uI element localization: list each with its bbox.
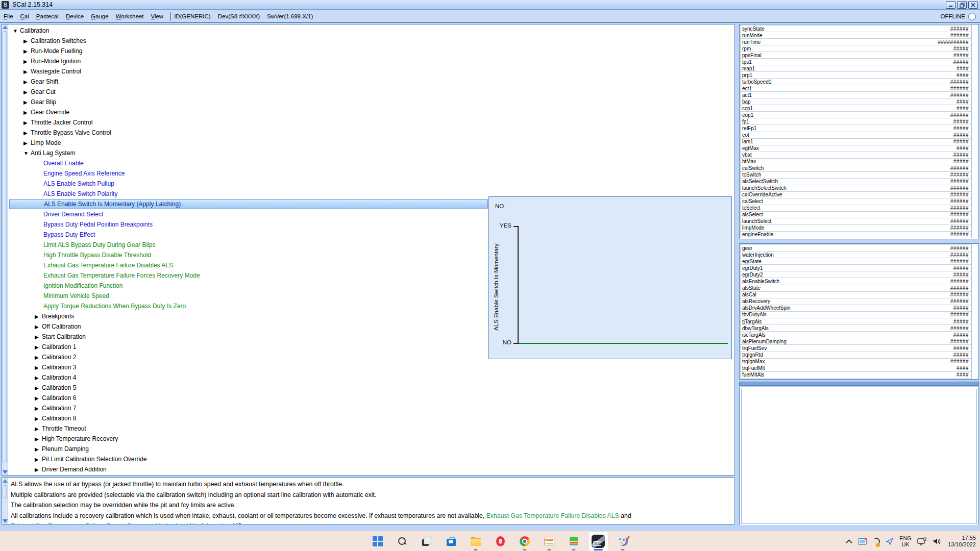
tree-item[interactable]: ▶ Driver Demand Addition: [9, 464, 733, 474]
tree-item[interactable]: ▶ Calibration Switches: [9, 36, 733, 46]
tree-item[interactable]: ▶ Plenum Damping: [9, 444, 733, 454]
tree-item[interactable]: ▶ Gear Blip: [9, 97, 733, 107]
tree-item[interactable]: ▶ Limp Mode: [9, 138, 733, 148]
gauge-row[interactable]: runTime ##########: [740, 38, 971, 45]
gauge-row[interactable]: bap ####: [740, 98, 971, 105]
gauge-row[interactable]: egrDuty2 #####: [740, 271, 971, 278]
menu-gauge[interactable]: Gauge: [87, 13, 112, 19]
tree-item[interactable]: ▶ Wastegate Control: [9, 66, 733, 77]
paint-button[interactable]: [612, 531, 633, 551]
clock[interactable]: 17:55 13/10/2022: [948, 535, 976, 548]
tree-item[interactable]: ▶ Calibration 3: [9, 362, 733, 372]
tray-chevron-up-icon[interactable]: [846, 539, 852, 546]
tree-scrollbar[interactable]: [2, 24, 8, 475]
search-button[interactable]: [392, 531, 412, 551]
tree-item[interactable]: ▼ Calibration: [9, 26, 733, 36]
gauge-row[interactable]: launchSelectSwitch ######: [740, 185, 971, 192]
tree-item[interactable]: ALS Enable Switch Pullup: [9, 179, 733, 189]
gauge-row[interactable]: prp1 ####: [740, 71, 971, 79]
gauge-row[interactable]: calSelect ######: [740, 198, 971, 205]
tree-scrollbar-thumb[interactable]: [3, 31, 7, 462]
description-scrollbar[interactable]: [2, 478, 8, 524]
expand-arrow-icon[interactable]: ▶: [35, 385, 42, 391]
tree-item[interactable]: ▶ Gear Cut: [9, 87, 733, 97]
tree-item[interactable]: ▶ Throttle Jacker Control: [9, 117, 733, 128]
expand-arrow-icon[interactable]: ▶: [23, 89, 31, 95]
expand-arrow-icon[interactable]: ▶: [23, 120, 31, 126]
gauge-row[interactable]: trqFuelSev #####: [740, 344, 971, 352]
tree-item[interactable]: ALS Enable Switch Is Momentary (Apply La…: [9, 199, 488, 209]
gauge-row[interactable]: fuelMltAls ####: [740, 371, 971, 379]
gauge-row[interactable]: rpm #####: [740, 45, 971, 52]
tree-item[interactable]: ▶ Gear Shift: [9, 77, 733, 87]
menu-view[interactable]: View: [147, 13, 167, 19]
gauge-row[interactable]: waterInjection ######: [740, 251, 971, 258]
expand-arrow-icon[interactable]: ▶: [35, 426, 42, 432]
gauge-row[interactable]: tps1 #####: [740, 58, 971, 65]
task-view-button[interactable]: [416, 531, 437, 551]
minimize-button[interactable]: [946, 1, 955, 9]
collapse-arrow-icon[interactable]: ▼: [23, 151, 31, 156]
maximize-button[interactable]: [957, 1, 967, 9]
expand-arrow-icon[interactable]: ▶: [35, 365, 42, 370]
expand-arrow-icon[interactable]: ▶: [23, 48, 31, 54]
description-parameter-link[interactable]: Exhaust Gas Temperature Failure Disables…: [486, 512, 619, 519]
tree-item[interactable]: ▶ Calibration 6: [9, 393, 733, 403]
gauge-row[interactable]: launchSelect ######: [740, 218, 971, 225]
gauge-row[interactable]: dbwTargAls ######: [740, 324, 971, 332]
volume-icon[interactable]: [933, 537, 942, 545]
expand-arrow-icon[interactable]: ▶: [23, 140, 31, 146]
expand-arrow-icon[interactable]: ▶: [35, 375, 42, 381]
tree-item[interactable]: ▼ Anti Lag System: [9, 148, 733, 158]
expand-arrow-icon[interactable]: ▶: [35, 406, 42, 411]
microsoft-store-button[interactable]: [441, 531, 461, 551]
menu-worksheet[interactable]: Worksheet: [112, 13, 148, 19]
gauge-row[interactable]: act1 ######: [740, 91, 971, 98]
expand-arrow-icon[interactable]: ▶: [35, 395, 42, 401]
scroll-down-icon[interactable]: [3, 519, 8, 523]
tree-item[interactable]: ▶ Throttle Timeout: [9, 423, 733, 434]
tree-item[interactable]: ▶ Calibration 8: [9, 413, 733, 423]
gauge-row[interactable]: egrDuty1 #####: [740, 264, 971, 271]
gauge-row[interactable]: tcSwitch ######: [740, 171, 971, 179]
tree-item[interactable]: ▶ Gear Override: [9, 107, 733, 117]
expand-arrow-icon[interactable]: ▶: [23, 130, 31, 136]
description-scrollbar-thumb[interactable]: [3, 485, 7, 498]
gauge-row[interactable]: lam1 #####: [740, 138, 971, 145]
gauge-row[interactable]: limpMode ######: [740, 224, 971, 232]
tree-item[interactable]: ▶ Run-Mode Fuelling: [9, 46, 733, 56]
gauge-panel-2-scrollbar[interactable]: [971, 244, 978, 379]
menu-device[interactable]: Device: [62, 13, 87, 19]
gauge-row[interactable]: ppsFinal #####: [740, 52, 971, 59]
gauge-row[interactable]: fp1 #####: [740, 118, 971, 125]
scroll-up-icon[interactable]: [3, 26, 8, 29]
gauge-panel-1-scrollbar[interactable]: [971, 25, 978, 238]
gauge-row[interactable]: trqFuelMlt ####: [740, 365, 971, 372]
menu-cal[interactable]: Cal: [17, 13, 33, 19]
expand-arrow-icon[interactable]: ▶: [35, 314, 42, 319]
tree-item[interactable]: Engine Speed Axis Reference: [9, 168, 733, 179]
expand-arrow-icon[interactable]: ▶: [23, 59, 31, 64]
expand-arrow-icon[interactable]: ▶: [35, 324, 42, 330]
gauge-row[interactable]: syncState ######: [740, 25, 971, 32]
expand-arrow-icon[interactable]: ▶: [35, 446, 42, 452]
collapse-arrow-icon[interactable]: ▼: [13, 28, 20, 34]
expand-arrow-icon[interactable]: ▶: [35, 467, 42, 472]
network-display-icon[interactable]: [917, 537, 927, 546]
gauge-row[interactable]: turboSpeed1 ######: [740, 78, 971, 85]
gauge-row[interactable]: engineEnable ######: [740, 231, 971, 238]
language-indicator[interactable]: ENG UK: [899, 535, 912, 547]
gauge-row[interactable]: gear ######: [740, 244, 971, 252]
expand-arrow-icon[interactable]: ▶: [23, 38, 31, 44]
bluestacks-button[interactable]: [564, 531, 584, 551]
tray-paper-plane-icon[interactable]: [886, 537, 894, 545]
tree-item[interactable]: ▶ Pit Limit Calibration Selection Overri…: [9, 454, 733, 464]
scroll-down-icon[interactable]: [3, 470, 8, 474]
gauge-row[interactable]: alsCal ######: [740, 291, 971, 298]
mail-button[interactable]: [539, 531, 559, 551]
gauge-row[interactable]: alsSelect ######: [740, 211, 971, 218]
gauge-row[interactable]: alsState ######: [740, 285, 971, 292]
gauge-row[interactable]: alsDrvAddWheelSpin #####: [740, 305, 971, 312]
gauge-row[interactable]: egrState ######: [740, 258, 971, 265]
gauge-row[interactable]: tjTargAls #####: [740, 318, 971, 325]
